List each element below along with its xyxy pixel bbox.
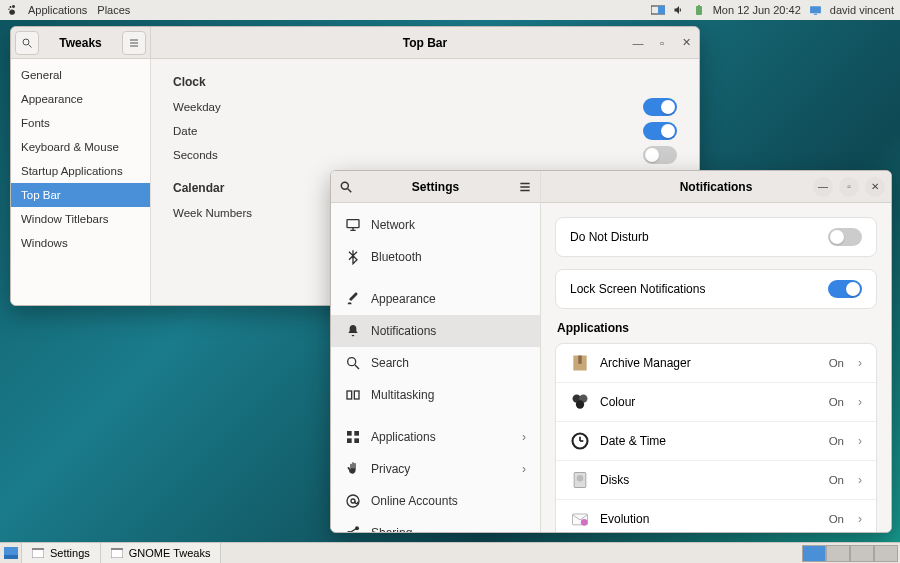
clock-toggle[interactable] bbox=[643, 146, 677, 164]
sidebar-item-applications[interactable]: Applications› bbox=[331, 421, 540, 453]
app-state: On bbox=[829, 435, 844, 447]
search-icon bbox=[345, 355, 361, 371]
svg-line-24 bbox=[350, 529, 355, 532]
close-button[interactable]: ✕ bbox=[865, 177, 885, 197]
monitor-icon[interactable] bbox=[809, 4, 822, 17]
battery-icon[interactable] bbox=[693, 4, 705, 16]
maximize-button[interactable]: ▫ bbox=[839, 177, 859, 197]
svg-rect-39 bbox=[4, 555, 18, 559]
sidebar-item-label: Privacy bbox=[371, 462, 410, 476]
app-state: On bbox=[829, 396, 844, 408]
app-row-date-time[interactable]: Date & TimeOn› bbox=[556, 422, 876, 461]
sidebar-item-label: Sharing bbox=[371, 526, 412, 532]
svg-rect-1 bbox=[658, 6, 665, 14]
sidebar-item-startup-applications[interactable]: Startup Applications bbox=[11, 159, 150, 183]
disks-icon bbox=[570, 470, 590, 490]
hand-icon bbox=[345, 461, 361, 477]
app-row-disks[interactable]: DisksOn› bbox=[556, 461, 876, 500]
sidebar-item-windows[interactable]: Windows bbox=[11, 231, 150, 255]
dnd-row: Do Not Disturb bbox=[556, 218, 876, 256]
sidebar-item-label: Online Accounts bbox=[371, 494, 458, 508]
clock-text[interactable]: Mon 12 Jun 20:42 bbox=[713, 4, 801, 16]
svg-rect-16 bbox=[354, 431, 359, 436]
workspace-1[interactable] bbox=[802, 545, 826, 562]
sidebar-item-bluetooth[interactable]: Bluetooth bbox=[331, 241, 540, 273]
sidebar-item-label: Applications bbox=[371, 430, 436, 444]
gnome-foot-icon bbox=[6, 4, 18, 16]
maximize-button[interactable]: ▫ bbox=[655, 36, 669, 50]
bluetooth-icon bbox=[345, 249, 361, 265]
tweaks-title: Tweaks bbox=[43, 36, 118, 50]
lockscreen-label: Lock Screen Notifications bbox=[570, 282, 828, 296]
app-state: On bbox=[829, 474, 844, 486]
svg-rect-8 bbox=[347, 220, 359, 228]
close-button[interactable]: ✕ bbox=[679, 36, 693, 50]
svg-point-4 bbox=[23, 39, 29, 45]
colour-icon bbox=[570, 392, 590, 412]
sidebar-item-online-accounts[interactable]: Online Accounts bbox=[331, 485, 540, 517]
settings-sidebar: NetworkBluetoothAppearanceNotificationsS… bbox=[331, 203, 540, 532]
settings-search-button[interactable] bbox=[339, 180, 353, 194]
tweaks-search-button[interactable] bbox=[15, 31, 39, 55]
sidebar-item-appearance[interactable]: Appearance bbox=[331, 283, 540, 315]
settings-title: Settings bbox=[353, 180, 518, 194]
sidebar-item-search[interactable]: Search bbox=[331, 347, 540, 379]
archive-icon bbox=[570, 353, 590, 373]
sidebar-item-sharing[interactable]: Sharing bbox=[331, 517, 540, 532]
sidebar-item-multitasking[interactable]: Multitasking bbox=[331, 379, 540, 411]
sidebar-item-window-titlebars[interactable]: Window Titlebars bbox=[11, 207, 150, 231]
task-button-settings[interactable]: Settings bbox=[22, 543, 101, 564]
lockscreen-row: Lock Screen Notifications bbox=[556, 270, 876, 308]
sidebar-item-label: Bluetooth bbox=[371, 250, 422, 264]
dnd-toggle[interactable] bbox=[828, 228, 862, 246]
svg-rect-17 bbox=[347, 438, 352, 443]
sidebar-item-appearance[interactable]: Appearance bbox=[11, 87, 150, 111]
minimize-button[interactable]: — bbox=[813, 177, 833, 197]
task-button-gnome-tweaks[interactable]: GNOME Tweaks bbox=[101, 543, 222, 564]
sidebar-item-label: Search bbox=[371, 356, 409, 370]
brush-icon bbox=[345, 291, 361, 307]
svg-point-37 bbox=[581, 519, 588, 526]
sidebar-item-privacy[interactable]: Privacy› bbox=[331, 453, 540, 485]
workspace-4[interactable] bbox=[874, 545, 898, 562]
app-state: On bbox=[829, 357, 844, 369]
workspace-switcher[interactable] bbox=[802, 545, 900, 562]
tweaks-hamburger-button[interactable] bbox=[122, 31, 146, 55]
places-menu[interactable]: Places bbox=[97, 4, 130, 16]
lockscreen-toggle[interactable] bbox=[828, 280, 862, 298]
sidebar-item-fonts[interactable]: Fonts bbox=[11, 111, 150, 135]
clock-row-0: Weekday bbox=[173, 95, 677, 119]
evolution-icon bbox=[570, 509, 590, 529]
top-panel: Applications Places Mon 12 Jun 20:42 dav… bbox=[0, 0, 900, 20]
svg-line-12 bbox=[355, 365, 359, 369]
window-icon bbox=[111, 548, 123, 558]
sidebar-item-general[interactable]: General bbox=[11, 63, 150, 87]
app-row-archive-manager[interactable]: Archive ManagerOn› bbox=[556, 344, 876, 383]
app-name: Disks bbox=[600, 473, 819, 487]
clock-row-1: Date bbox=[173, 119, 677, 143]
workspace-2[interactable] bbox=[826, 545, 850, 562]
chevron-right-icon: › bbox=[858, 512, 862, 526]
bell-icon bbox=[345, 323, 361, 339]
applications-menu[interactable]: Applications bbox=[28, 4, 87, 16]
show-desktop-button[interactable] bbox=[0, 543, 22, 564]
app-name: Evolution bbox=[600, 512, 819, 526]
clock-toggle[interactable] bbox=[643, 98, 677, 116]
workspace-3[interactable] bbox=[850, 545, 874, 562]
tweaks-headerbar: Tweaks Top Bar — ▫ ✕ bbox=[11, 27, 699, 59]
clock-toggle[interactable] bbox=[643, 122, 677, 140]
clock-section-title: Clock bbox=[173, 75, 677, 89]
settings-hamburger-button[interactable] bbox=[518, 180, 532, 194]
sidebar-item-top-bar[interactable]: Top Bar bbox=[11, 183, 150, 207]
svg-line-5 bbox=[29, 44, 32, 47]
minimize-button[interactable]: — bbox=[631, 36, 645, 50]
volume-icon[interactable] bbox=[673, 4, 685, 16]
sidebar-item-notifications[interactable]: Notifications bbox=[331, 315, 540, 347]
app-row-colour[interactable]: ColourOn› bbox=[556, 383, 876, 422]
svg-point-19 bbox=[347, 495, 359, 507]
keyboard-indicator-icon[interactable] bbox=[651, 4, 665, 16]
user-menu[interactable]: david vincent bbox=[830, 4, 894, 16]
sidebar-item-network[interactable]: Network bbox=[331, 209, 540, 241]
app-row-evolution[interactable]: EvolutionOn› bbox=[556, 500, 876, 532]
sidebar-item-keyboard-mouse[interactable]: Keyboard & Mouse bbox=[11, 135, 150, 159]
